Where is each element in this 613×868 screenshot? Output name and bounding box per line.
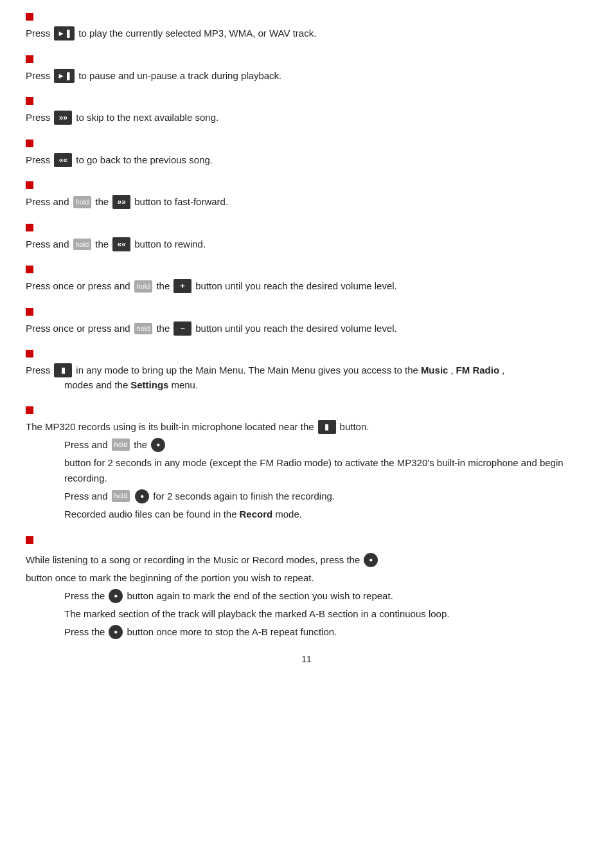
hold-label: hold [112, 439, 130, 451]
text-the: the [134, 437, 147, 453]
circle-btn-icon: ● [151, 438, 165, 452]
text-prev-desc: to go back to the previous song. [76, 153, 213, 168]
section-record: The MP320 records using is its built-in … [26, 406, 587, 522]
record-sub1: Press and hold the ● button for 2 second… [64, 437, 587, 486]
section-vol-up-line: Press once or press and hold the + butto… [26, 279, 587, 294]
section-menu-line: Press ▮ in any mode to bring up the Main… [26, 363, 587, 378]
rewind-icon: «« [54, 153, 72, 167]
record-sub3: Recorded audio files can be found in the… [64, 507, 587, 522]
bullet-marker [26, 140, 33, 147]
plus-icon: + [173, 279, 191, 293]
section-vol-down-line: Press once or press and hold the − butto… [26, 321, 587, 336]
text-the: the [95, 237, 109, 252]
circle-btn-icon-3: ● [364, 553, 378, 567]
section-record-line: The MP320 records using is its built-in … [26, 420, 587, 435]
ab-sub3-line: The marked section of the track will pla… [64, 606, 587, 622]
text-press-and: Press and [26, 195, 69, 210]
text-ab-sub2-end: button again to mark the end of the sect… [127, 588, 393, 604]
hold-label: hold [134, 323, 153, 335]
ab-sub3: The marked section of the track will pla… [64, 606, 587, 622]
bold-settings: Settings [130, 378, 168, 393]
ab-sub2: Press the ● button again to mark the end… [64, 588, 587, 604]
text-record-sub2: for 2 seconds again to finish the record… [153, 489, 335, 504]
section-vol-up: Press once or press and hold the + butto… [26, 266, 587, 294]
text-menu-end: menu. [171, 378, 198, 393]
circle-btn-icon-5: ● [109, 625, 123, 639]
comma1: , [450, 363, 453, 378]
minus-icon: − [173, 321, 191, 336]
text-ab-sub1-end: button once to mark the beginning of the… [26, 570, 314, 586]
record-sub2-line: Press and hold ● for 2 seconds again to … [64, 489, 587, 504]
circle-btn-icon-2: ● [135, 489, 149, 503]
play-pause-icon: ►❚ [54, 26, 75, 41]
section-pause-line: Press ►❚ to pause and un-pause a track d… [26, 69, 587, 84]
ab-sub4: Press the ● button once more to stop the… [64, 624, 587, 640]
bullet-marker [26, 536, 33, 544]
text-press-the: Press the [64, 588, 105, 604]
section-play: Press ►❚ to play the currently selected … [26, 13, 587, 41]
section-ff: Press and hold the »» button to fast-for… [26, 181, 587, 210]
text-press-and: Press and [64, 437, 108, 453]
bold-fm: FM Radio [456, 363, 500, 378]
bullet-marker [26, 13, 33, 21]
text-modes: modes and the [64, 378, 128, 393]
section-ff-line: Press and hold the »» button to fast-for… [26, 195, 587, 210]
text-record-sub1: button for 2 seconds in any mode (except… [64, 455, 587, 486]
text-record-intro-end: button. [340, 420, 369, 435]
section-next: Press »» to skip to the next available s… [26, 97, 587, 125]
text-the: the [156, 279, 170, 294]
play-pause-icon-2: ►❚ [54, 69, 75, 83]
record-sub2: Press and hold ● for 2 seconds again to … [64, 489, 587, 504]
fast-forward-icon: »» [54, 111, 72, 125]
text-pause-desc: to pause and un-pause a track during pla… [78, 69, 281, 84]
text-press: Press [26, 363, 50, 378]
text-press-once: Press once or press and [26, 279, 130, 294]
section-pause: Press ►❚ to pause and un-pause a track d… [26, 55, 587, 84]
ab-sub1: While listening to a song or recording i… [26, 552, 587, 586]
bullet-marker [26, 224, 33, 231]
text-record-intro: The MP320 records using is its built-in … [26, 420, 314, 435]
text-rw-desc: button to rewind. [134, 237, 206, 252]
section-rw: Press and hold the «« button to rewind. [26, 224, 587, 252]
hold-label: hold [73, 196, 92, 208]
fast-forward-icon-2: »» [112, 195, 130, 209]
bullet-marker [26, 181, 33, 189]
bullet-marker [26, 406, 33, 414]
hold-label: hold [73, 239, 92, 251]
text-vol-down-desc: button until you reach the desired volum… [195, 321, 397, 336]
hold-label: hold [134, 280, 153, 293]
bullet-marker [26, 350, 33, 357]
section-play-line: Press ►❚ to play the currently selected … [26, 26, 587, 41]
hold-label: hold [112, 490, 130, 503]
text-press: Press [26, 111, 50, 125]
bold-music: Music [421, 363, 449, 378]
bullet-marker [26, 97, 33, 105]
text-ab-loop: The marked section of the track will pla… [64, 606, 449, 622]
text-press-and: Press and [26, 237, 69, 252]
rewind-icon-2: «« [112, 237, 130, 251]
bullet-marker [26, 266, 33, 273]
record-sub3-line: Recorded audio files can be found in the… [64, 507, 587, 522]
section-rw-line: Press and hold the «« button to rewind. [26, 237, 587, 252]
section-ab-repeat: While listening to a song or recording i… [26, 536, 587, 640]
bullet-marker [26, 308, 33, 316]
ab-sub4-line: Press the ● button once more to stop the… [64, 624, 587, 640]
text-press-once: Press once or press and [26, 321, 130, 336]
circle-btn-icon-4: ● [109, 589, 123, 603]
text-ab-sub4-end: button once more to stop the A-B repeat … [127, 624, 337, 640]
text-press: Press [26, 153, 50, 168]
text-press: Press [26, 26, 50, 41]
text-ff-desc: button to fast-forward. [134, 195, 228, 210]
text-the: the [95, 195, 109, 210]
section-prev: Press «« to go back to the previous song… [26, 140, 587, 168]
menu-btn-icon: ▮ [54, 363, 72, 377]
menu-btn-icon-2: ▮ [318, 420, 336, 434]
text-next-desc: to skip to the next available song. [76, 111, 218, 125]
section-next-line: Press »» to skip to the next available s… [26, 111, 587, 125]
text-the: the [156, 321, 170, 336]
text-ab-intro: While listening to a song or recording i… [26, 552, 360, 568]
ab-sub2-line: Press the ● button again to mark the end… [64, 588, 587, 604]
text-press: Press [26, 69, 50, 84]
bullet-marker [26, 55, 33, 63]
comma2: , [502, 363, 504, 378]
